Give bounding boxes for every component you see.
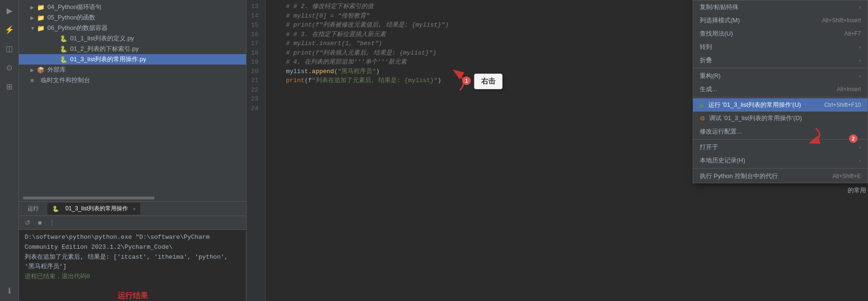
menu-item-exec-python[interactable]: 执行 Python 控制台中的代行 Alt+Shift+E (693, 169, 868, 183)
menu-item-fold-label: 折叠 (700, 56, 712, 65)
menu-item-column-select[interactable]: 列选择模式(M) Alt+Shift+Insert (693, 14, 868, 27)
output-exit-line: 进程已结束，退出代码0 (25, 272, 240, 282)
file-tree-panel: ▶ 📁 04_Python循环语句 ▶ 📁 05_Python的函数 ▼ 📁 0… (19, 0, 247, 301)
menu-arrow-refactor: › (859, 73, 861, 79)
run-triangle-icon: ▶ (700, 102, 704, 109)
badge-2: 2 (849, 134, 858, 143)
badge-2-circle: 2 (849, 134, 858, 143)
terminal-icon[interactable]: ⊞ (3, 80, 16, 93)
panel-toolbar: ↺ ■ ⋮ (19, 216, 246, 230)
menu-item-column-select-label: 列选择模式(M) (700, 16, 740, 25)
info-icon[interactable]: ℹ (3, 284, 16, 297)
tab-close-button[interactable]: × (133, 206, 136, 212)
sidebar-scroll-thumb (23, 197, 155, 199)
menu-item-find-usage-label: 查找用法(U) (700, 29, 733, 38)
tab-run-label: 运行 (27, 205, 39, 213)
menu-arrow-fold: › (859, 57, 861, 63)
menu-item-generate[interactable]: 生成... Alt+Insert (693, 83, 868, 96)
tab-file[interactable]: 🐍 01_3_list列表的常用操作 × (47, 203, 140, 215)
tree-item-01-3-label: 01_3_list列表的常用操作.py (70, 55, 146, 64)
left-icon-bar: ▶ ⚡ ◫ ⊙ ⊞ ℹ (0, 0, 19, 301)
tree-item-05[interactable]: ▶ 📁 05_Python的函数 (19, 12, 246, 23)
tree-item-external-lib-label: 外部库 (47, 66, 66, 74)
debug-icon: ⚙ (700, 115, 705, 122)
sidebar-scrollbar[interactable] (23, 197, 242, 199)
output-path-line: D:\software\python\python.exe "D:\softwa… (25, 233, 240, 253)
menu-item-column-select-shortcut: Alt+Shift+Insert (822, 17, 861, 24)
arrow-2 (806, 123, 844, 147)
badge-1: 1 (462, 76, 471, 85)
run-sidebar-icon[interactable]: ▶ (3, 4, 16, 17)
menu-item-copy-paste[interactable]: 复制/粘贴特殊 › (693, 0, 868, 14)
menu-item-goto-label: 转到 (700, 43, 712, 51)
menu-item-modify-config-label: 修改运行配置... (700, 127, 742, 136)
tree-item-01-1[interactable]: 🐍 01_1_list列表的定义.py (19, 33, 246, 44)
tooltip-bubble: 右击 (474, 74, 503, 89)
tree-item-01-2-label: 01_2_列表的下标索引.py (70, 45, 139, 53)
bookmark-icon[interactable]: ⊙ (3, 61, 16, 74)
menu-item-find-usage[interactable]: 查找用法(U) Alt+F7 (693, 27, 868, 40)
menu-separator-4 (693, 168, 868, 169)
menu-item-local-history-label: 本地历史记录(H) (700, 156, 745, 165)
menu-item-find-usage-shortcut: Alt+F7 (844, 30, 861, 37)
menu-item-debug[interactable]: ⚙ 调试 '01_3_list列表的常用操作'(D) (693, 112, 868, 125)
bottom-panel: 运行 🐍 01_3_list列表的常用操作 × ↺ ■ ⋮ D:\softwar… (19, 201, 246, 301)
menu-item-open-in-label: 打开于 (700, 143, 718, 151)
stop-button[interactable]: ■ (35, 218, 45, 227)
menu-arrow-open-in: › (859, 144, 861, 150)
panel-tabs: 运行 🐍 01_3_list列表的常用操作 × (19, 202, 246, 216)
tooltip-text: 右击 (481, 77, 495, 85)
tree-item-external-lib[interactable]: ▶ 📦 外部库 (19, 65, 246, 75)
menu-arrow-copy-paste: › (859, 4, 861, 10)
clipped-text: 的常用 (846, 185, 868, 196)
menu-item-exec-python-shortcut: Alt+Shift+E (832, 173, 861, 179)
menu-separator-2 (693, 97, 868, 97)
plugin-icon[interactable]: ⚡ (3, 23, 16, 36)
menu-item-exec-python-label: 执行 Python 控制台中的代行 (700, 172, 778, 180)
tree-item-06-label: 06_Python的数据容器 (47, 24, 108, 32)
panel-output: D:\software\python\python.exe "D:\softwa… (19, 230, 246, 288)
rerun-button[interactable]: ↺ (23, 218, 32, 227)
tree-item-console[interactable]: ≡ 临时文件和控制台 (19, 75, 246, 85)
tab-file-label: 01_3_list列表的常用操作 (65, 205, 128, 213)
layers-icon[interactable]: ◫ (3, 42, 16, 55)
tree-item-05-label: 05_Python的函数 (47, 13, 95, 22)
context-menu: 复制/粘贴特殊 › 列选择模式(M) Alt+Shift+Insert 查找用法… (693, 0, 868, 183)
menu-arrow-local-history: › (859, 158, 861, 163)
menu-item-refactor-label: 重构(R) (700, 72, 721, 80)
tree-item-06[interactable]: ▼ 📁 06_Python的数据容器 (19, 23, 246, 33)
menu-item-run-label: ▶ 运行 '01_3_list列表的常用操作'(U) (700, 101, 801, 109)
menu-item-generate-label: 生成... (700, 85, 717, 94)
tree-item-01-2[interactable]: 🐍 01_2_列表的下标索引.py (19, 44, 246, 54)
menu-item-fold[interactable]: 折叠 › (693, 54, 868, 67)
output-label: 运行结果 (19, 291, 246, 301)
editor-area: 13 14 15 16 17 18 19 20 21 22 23 24 # # … (247, 0, 868, 301)
file-tree: ▶ 📁 04_Python循环语句 ▶ 📁 05_Python的函数 ▼ 📁 0… (19, 0, 246, 195)
line-numbers: 13 14 15 16 17 18 19 20 21 22 23 24 (247, 0, 265, 301)
menu-item-generate-shortcut: Alt+Insert (837, 86, 861, 93)
menu-item-run[interactable]: ▶ 运行 '01_3_list列表的常用操作'(U) Ctrl+Shift+F1… (693, 98, 868, 112)
badge-1-circle: 1 (462, 76, 471, 85)
tree-item-console-label: 临时文件和控制台 (41, 76, 90, 85)
menu-item-run-shortcut: Ctrl+Shift+F10 (824, 102, 861, 108)
menu-separator-1 (693, 68, 868, 68)
tab-run[interactable]: 运行 (23, 203, 44, 215)
menu-item-refactor[interactable]: 重构(R) › (693, 69, 868, 83)
menu-item-debug-label: ⚙ 调试 '01_3_list列表的常用操作'(D) (700, 114, 802, 122)
menu-arrow-goto: › (859, 44, 861, 50)
more-button[interactable]: ⋮ (47, 218, 57, 227)
tree-item-01-1-label: 01_1_list列表的定义.py (70, 34, 134, 43)
output-result-line: 列表在追加了元素后, 结果是: ['itcast', 'itheima', 'p… (25, 253, 240, 273)
tree-item-01-3[interactable]: 🐍 01_3_list列表的常用操作.py (19, 54, 246, 65)
menu-item-local-history[interactable]: 本地历史记录(H) › (693, 154, 868, 167)
tree-item-04-label: 04_Python循环语句 (47, 3, 101, 11)
menu-item-copy-paste-label: 复制/粘贴特殊 (700, 3, 739, 11)
menu-item-goto[interactable]: 转到 › (693, 40, 868, 54)
tree-item-04[interactable]: ▶ 📁 04_Python循环语句 (19, 2, 246, 12)
